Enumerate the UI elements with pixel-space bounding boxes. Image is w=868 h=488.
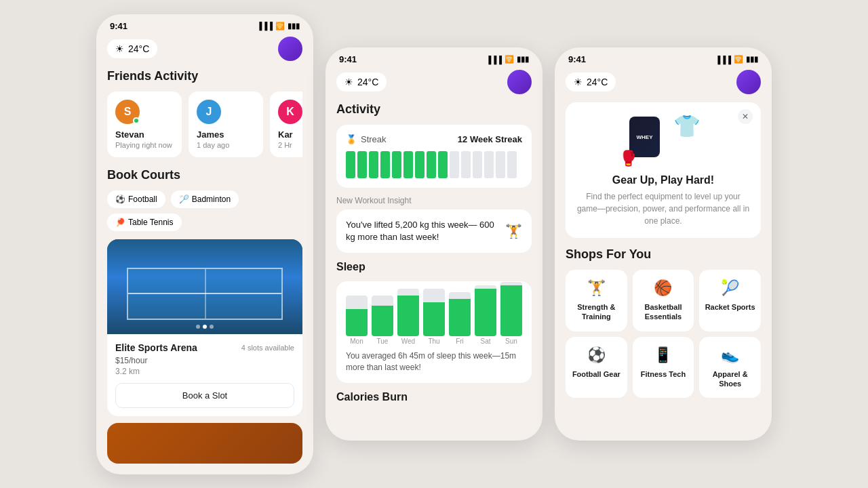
friend-avatar-wrap-kar: K [278,100,302,124]
friend-status-kar: 2 Hr [278,141,302,149]
streak-bar [461,151,471,178]
dot-2 [203,325,207,329]
weather-badge-2: ☀ 24°C [336,73,387,92]
sleep-bar-wrap-sun: Sun [500,291,522,345]
friend-status-stevan: Playing right now [115,141,174,149]
sleep-bar-green [475,289,496,336]
insight-text: You've lifted 5,200 kg this week— 600 kg… [346,219,500,243]
promo-visual: WHEY 👕 🥊 [623,113,704,167]
temperature-3: 24°C [587,77,608,87]
promo-title: Gear Up, Play Hard! [612,174,714,186]
shop-card-5[interactable]: 👟 Apparel & Shoes [699,337,761,399]
court-slots: 4 slots available [241,344,294,352]
shop-icon-0: 🏋️ [587,279,606,297]
activity-title: Activity [336,102,532,117]
court-distance: 3.2 km [115,367,294,376]
shop-card-4[interactable]: 📱 Fitness Tech [633,337,694,399]
shop-icon-3: ⚽ [587,346,606,364]
shops-title: Shops For You [566,247,761,262]
sleep-bar-wrap-sat: Sat [475,291,496,345]
sleep-chart: Mon Tue Wed Thu Fri [336,281,532,383]
sleep-day-label: Thu [428,338,439,345]
friends-title: Friends Activity [107,69,302,83]
sleep-bar-stack [397,289,419,336]
sleep-bar-grey [449,292,471,299]
time-3: 9:41 [568,54,586,64]
sleep-bar-grey [346,296,368,309]
sun-icon-2: ☀ [344,77,353,87]
court-price: $15/hour [115,356,294,365]
battery-icon-2: ▮▮▮ [517,55,529,64]
shop-label-2: Racket Sports [705,302,755,312]
status-bar-1: 9:41 ▐▐▐ 🛜 ▮▮▮ [96,14,313,34]
shop-icon-4: 📱 [654,346,672,364]
friend-name-james: James [197,129,255,140]
shop-card-0[interactable]: 🏋️ Strength & Training [566,270,627,331]
status-icons-1: ▐▐▐ 🛜 ▮▮▮ [257,22,300,30]
temperature-2: 24°C [357,77,378,87]
book-slot-button[interactable]: Book a Slot [115,383,294,408]
sleep-day-label: Sat [480,338,490,345]
friend-avatar-wrap-stevan: S [115,100,140,124]
shop-card-1[interactable]: 🏀 Basketball Essentials [633,270,694,331]
court-center [205,269,206,319]
friend-card-james[interactable]: J James 1 day ago [189,92,263,157]
avatar-2[interactable] [507,70,532,94]
header-2: ☀ 24°C [336,67,532,102]
time-2: 9:41 [339,54,357,64]
tab-table-tennis[interactable]: 🏓 Table Tennis [107,214,182,231]
status-bar-3: 9:41 ▐▐▐ 🛜 ▮▮▮ [555,47,772,67]
promo-image: WHEY 👕 🥊 [623,113,704,167]
streak-bar [427,151,436,178]
tab-badminton[interactable]: 🏸 Badminton [171,190,239,208]
streak-bar [346,151,355,178]
sport-tabs: ⚽ Football 🏸 Badminton 🏓 Table Tennis [107,190,302,231]
battery-icon-3: ▮▮▮ [746,55,758,64]
sleep-bar-green [449,299,471,336]
sleep-bar-wrap-mon: Mon [346,291,368,345]
streak-bar [496,151,505,178]
book-courts-title: Book Courts [107,168,302,182]
court-info: Elite Sports Arena 4 slots available $15… [107,334,302,416]
carousel-dots [196,325,214,329]
streak-label: 🏅 Streak [346,134,387,144]
avatar-3[interactable] [736,70,761,94]
sun-icon: ☀ [115,43,124,54]
sleep-bar-green [346,309,368,336]
friend-card-kar[interactable]: K Kar 2 Hr [270,92,302,157]
streak-bar [369,151,378,178]
tab-football[interactable]: ⚽ Football [107,190,165,208]
wifi-icon: 🛜 [275,22,285,30]
sleep-bar-stack [423,289,445,336]
signal-icon-3: ▐▐▐ [715,56,731,64]
court-name: Elite Sports Arena [115,342,197,353]
promo-close-button[interactable]: ✕ [738,109,753,124]
streak-bar [484,151,494,178]
streak-icon: 🏅 [346,134,357,144]
header-1: ☀ 24°C [107,34,302,69]
shop-card-3[interactable]: ⚽ Football Gear [566,337,627,399]
shop-card-2[interactable]: 🎾 Racket Sports [699,270,761,331]
dot-3 [210,325,214,329]
sleep-bar-green [500,285,522,336]
promo-desc: Find the perfect equipment to level up y… [576,190,750,227]
friend-card-stevan[interactable]: S Stevan Playing right now [107,92,182,157]
dumbbell-icon: 🏋️ [505,223,522,239]
sleep-bar-wrap-fri: Fri [449,291,471,345]
time-1: 9:41 [110,21,127,31]
streak-bars [346,151,522,178]
table-tennis-tab-label: Table Tennis [128,218,174,227]
friend-name-stevan: Stevan [115,129,174,140]
header-3: ☀ 24°C [566,67,761,102]
avatar-1[interactable] [278,37,302,61]
football-tab-label: Football [128,195,157,204]
shop-icon-2: 🎾 [721,279,739,297]
streak-bar [438,151,448,178]
sleep-day-label: Mon [350,338,363,345]
sleep-bar-wrap-tue: Tue [372,291,393,345]
table-tennis-tab-icon: 🏓 [115,218,125,227]
sleep-bar-stack [475,285,496,336]
streak-bar [473,151,482,178]
glove-icon: 🥊 [619,150,637,167]
friend-name-kar: Kar [278,129,302,140]
